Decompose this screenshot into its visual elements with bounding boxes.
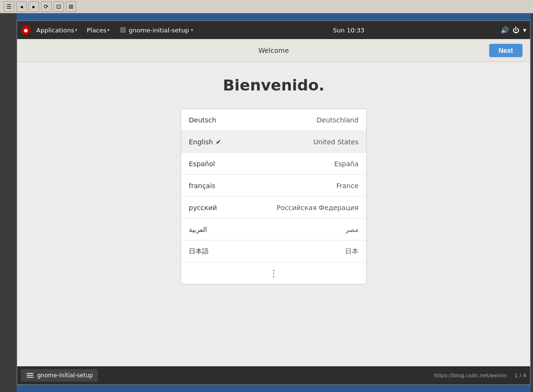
toolbar-menu-btn[interactable]: ☰ <box>4 1 14 12</box>
app-title: Welcome <box>191 47 357 54</box>
desktop-left-chrome <box>0 13 17 392</box>
list-item[interactable]: English ✔ United States <box>181 131 366 153</box>
list-item[interactable]: العربية مصر <box>181 219 366 241</box>
app-header: Welcome Next <box>17 39 530 62</box>
taskbar-item-icon <box>26 371 34 380</box>
list-item[interactable]: Español España <box>181 153 366 175</box>
toolbar-home-btn[interactable]: ⊡ <box>53 1 64 12</box>
desktop: ● Applications ▾ Places ▾ gnome-ini <box>0 13 533 392</box>
lang-name-deutsch: Deutsch <box>189 116 216 124</box>
lang-region-english: United States <box>313 138 359 146</box>
setup-arrow: ▾ <box>191 28 193 32</box>
next-button[interactable]: Next <box>489 44 523 57</box>
system-menu-icon[interactable]: ▾ <box>523 26 526 34</box>
desktop-right-chrome <box>531 13 533 392</box>
toolbar-back-btn[interactable]: ◂ <box>16 1 27 12</box>
lang-region-francais: France <box>336 182 359 190</box>
lang-region-deutsch: Deutschland <box>317 116 359 124</box>
gnome-taskbar: gnome-initial-setup https://blog.csdn.ne… <box>17 366 530 384</box>
list-item[interactable]: 日本語 日本 <box>181 241 366 262</box>
taskbar-pages: 1 / 4 <box>514 372 526 379</box>
taskbar-url: https://blog.csdn.net/weixin <box>434 372 507 379</box>
gnome-initial-setup-menu[interactable]: gnome-initial-setup ▾ <box>115 26 197 34</box>
gnome-topbar: ● Applications ▾ Places ▾ gnome-ini <box>17 21 530 39</box>
lang-name-english: English ✔ <box>189 138 221 146</box>
toolbar-refresh-btn[interactable]: ⟳ <box>41 1 51 12</box>
applications-menu[interactable]: Applications ▾ <box>32 27 81 34</box>
toolbar-extra-btn[interactable]: ⊞ <box>66 1 76 12</box>
lang-name-japanese: 日本語 <box>189 247 209 256</box>
applications-arrow: ▾ <box>75 28 77 32</box>
lang-region-espanol: España <box>334 160 359 168</box>
topbar-center: Sun 10:33 <box>197 27 501 34</box>
browser-toolbar: ☰ ◂ ▸ ⟳ ⊡ ⊞ <box>0 0 533 13</box>
taskbar-item-label: gnome-initial-setup <box>37 372 93 379</box>
places-arrow: ▾ <box>107 28 110 32</box>
app-content: Bienvenido. Deutsch Deutschland English … <box>17 62 530 366</box>
header-right: Next <box>357 44 523 57</box>
language-list: Deutsch Deutschland English ✔ United Sta… <box>181 109 367 284</box>
list-item[interactable]: русский Российская Федерация <box>181 197 366 219</box>
power-icon[interactable]: ⏻ <box>512 26 519 34</box>
lang-name-francais: français <box>189 182 215 190</box>
lang-region-japanese: 日本 <box>345 247 359 256</box>
gnome-setup-icon <box>119 26 127 34</box>
toolbar-fwd-btn[interactable]: ▸ <box>29 1 39 12</box>
more-languages-button[interactable]: ⋮ <box>181 262 366 284</box>
more-icon: ⋮ <box>269 268 278 278</box>
selected-checkmark: ✔ <box>216 138 222 146</box>
lang-name-espanol: Español <box>189 160 215 168</box>
places-menu[interactable]: Places ▾ <box>83 27 113 34</box>
topbar-right: 🔊 ⏻ ▾ <box>501 26 526 34</box>
taskbar-gnome-setup-item[interactable]: gnome-initial-setup <box>21 369 98 382</box>
topbar-left: ● Applications ▾ Places ▾ gnome-ini <box>21 25 197 35</box>
lang-name-arabic: العربية <box>189 226 207 233</box>
list-item[interactable]: français France <box>181 175 366 197</box>
lang-name-russian: русский <box>189 204 217 211</box>
gnome-window: ● Applications ▾ Places ▾ gnome-ini <box>17 20 531 385</box>
taskbar-right: https://blog.csdn.net/weixin 1 / 4 <box>434 372 526 379</box>
volume-icon[interactable]: 🔊 <box>501 26 509 34</box>
lang-region-arabic: مصر <box>346 226 359 233</box>
welcome-title: Bienvenido. <box>223 76 324 94</box>
list-item[interactable]: Deutsch Deutschland <box>181 109 366 131</box>
lang-region-russian: Российская Федерация <box>277 204 359 211</box>
gnome-app-icon[interactable]: ● <box>21 25 31 35</box>
clock: Sun 10:33 <box>333 27 364 34</box>
